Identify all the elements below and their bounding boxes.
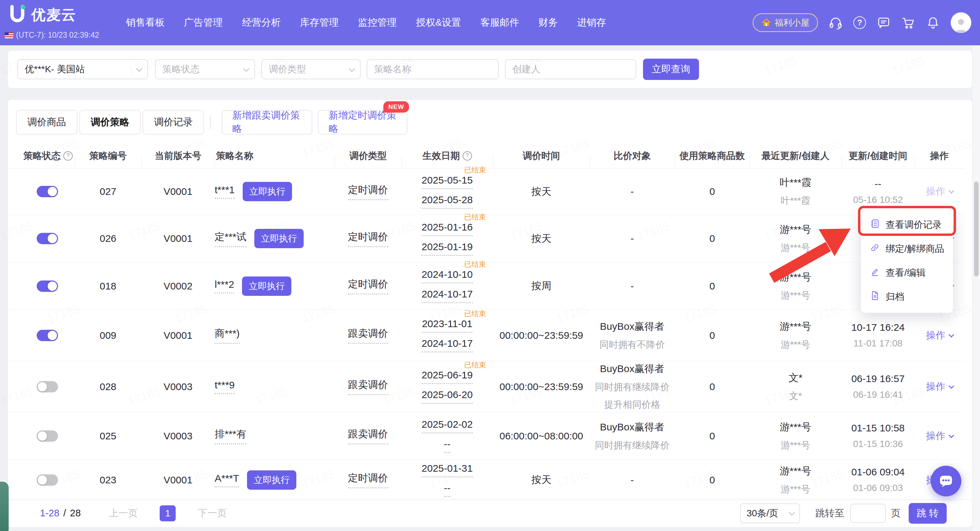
dropdown-item-label: 查看/编辑 bbox=[886, 266, 926, 279]
reprice-type-select[interactable]: 调价类型 bbox=[261, 59, 361, 79]
dropdown-item-record[interactable]: 查看调价记录 bbox=[861, 213, 953, 237]
add-scheduled-strategy-button[interactable]: 新增定时调价策略 bbox=[318, 110, 407, 135]
status-toggle[interactable] bbox=[37, 186, 58, 197]
date-stack: 2025-05-152025-05-28已结束 bbox=[422, 174, 473, 209]
prev-page-button[interactable]: 上一页 bbox=[109, 507, 138, 520]
side-widget-peek[interactable] bbox=[0, 482, 9, 531]
notifications-bell-icon[interactable] bbox=[926, 16, 940, 30]
nav-item-监控管理[interactable]: 监控管理 bbox=[358, 16, 397, 29]
actions-menu-trigger[interactable]: 操作 bbox=[926, 430, 953, 443]
user-avatar[interactable] bbox=[951, 12, 971, 33]
col-header-label: 调价时间 bbox=[523, 150, 560, 162]
execute-now-button[interactable]: 立即执行 bbox=[255, 229, 304, 248]
reprice-time: 06:00:00~08:00:00 bbox=[500, 430, 583, 442]
nav-item-库存管理[interactable]: 库存管理 bbox=[300, 16, 339, 29]
shop-select[interactable]: 优***K- 美国站 bbox=[18, 59, 148, 79]
help-icon[interactable]: ? bbox=[853, 16, 866, 29]
feedback-icon[interactable] bbox=[877, 16, 891, 30]
actions-menu-trigger[interactable]: 操作 bbox=[926, 329, 953, 342]
dropdown-item-archive[interactable]: 归档 bbox=[861, 285, 953, 309]
status-toggle[interactable] bbox=[37, 281, 58, 292]
strategy-name[interactable]: 商***) bbox=[215, 327, 240, 344]
nav-item-销售看板[interactable]: 销售看板 bbox=[126, 16, 165, 29]
tab-调价策略[interactable]: 调价策略 bbox=[80, 110, 141, 135]
nav-item-广告管理[interactable]: 广告管理 bbox=[184, 16, 223, 29]
search-button[interactable]: 立即查询 bbox=[643, 59, 699, 80]
page-number-1[interactable]: 1 bbox=[160, 506, 176, 521]
status-toggle[interactable] bbox=[37, 233, 58, 244]
page-size-select[interactable]: 30条/页 bbox=[740, 503, 800, 523]
cell-product-count: 0 bbox=[675, 474, 750, 486]
live-chat-button[interactable] bbox=[931, 466, 961, 496]
help-icon[interactable]: ? bbox=[63, 151, 73, 160]
cell-updated-by: 游***号游***号 bbox=[750, 271, 842, 302]
benefit-house-button[interactable]: 福利小屋 bbox=[752, 13, 818, 32]
nav-item-客服邮件[interactable]: 客服邮件 bbox=[480, 16, 519, 29]
cell-reprice-time: 06:00:00~08:00:00 bbox=[493, 430, 590, 442]
tab-调价商品[interactable]: 调价商品 bbox=[16, 110, 77, 135]
effective-date: 2025-06-20 bbox=[422, 389, 473, 404]
col-header-label: 使用策略商品数 bbox=[680, 150, 745, 162]
actions-menu-trigger[interactable]: 操作 bbox=[926, 380, 953, 393]
jump-button[interactable]: 跳 转 bbox=[908, 503, 947, 524]
cell-version: V0002 bbox=[142, 281, 215, 292]
jump-page-input[interactable] bbox=[850, 504, 886, 523]
benefit-label: 福利小屋 bbox=[775, 17, 809, 29]
effective-date: 2025-01-16 bbox=[422, 222, 473, 236]
status-toggle[interactable] bbox=[37, 430, 58, 442]
updater-name: 游***号 bbox=[781, 439, 810, 452]
strategy-name[interactable]: l***2 bbox=[215, 279, 234, 293]
date-stack: 2025-01-31-- bbox=[422, 463, 473, 497]
col-header-label: 更新/创建时间 bbox=[849, 150, 907, 162]
nav-item-经营分析[interactable]: 经营分析 bbox=[242, 16, 281, 29]
nav-item-进销存[interactable]: 进销存 bbox=[577, 16, 606, 29]
cell-product-count: 0 bbox=[675, 233, 750, 244]
status-toggle[interactable] bbox=[37, 330, 58, 341]
strategy-id: 026 bbox=[100, 233, 116, 244]
cell-actions: 操作 bbox=[915, 380, 964, 393]
toggle-knob bbox=[38, 382, 47, 392]
status-toggle[interactable] bbox=[37, 474, 58, 486]
cell-reprice-type: 定时调价 bbox=[335, 183, 401, 200]
execute-now-button[interactable]: 立即执行 bbox=[247, 470, 296, 490]
next-page-button[interactable]: 下一页 bbox=[198, 507, 227, 520]
ended-tag: 已结束 bbox=[464, 260, 486, 269]
strategy-status-select[interactable]: 策略状态 bbox=[155, 59, 255, 79]
compare-line: - bbox=[631, 474, 634, 486]
execute-now-button[interactable]: 立即执行 bbox=[243, 182, 292, 201]
scrollbar-thumb[interactable] bbox=[974, 182, 978, 276]
add-follow-strategy-button[interactable]: 新增跟卖调价策略 bbox=[222, 110, 312, 135]
strategy-name[interactable]: A***T bbox=[215, 473, 239, 487]
cart-icon[interactable] bbox=[901, 16, 915, 30]
product-count: 0 bbox=[710, 186, 715, 197]
nav-item-授权&设置[interactable]: 授权&设置 bbox=[416, 16, 461, 29]
cell-strategy-name: 商***) bbox=[215, 327, 335, 344]
user-stack: 游***号游***号 bbox=[780, 464, 811, 496]
nav-item-财务[interactable]: 财务 bbox=[538, 16, 558, 29]
strategy-name-input[interactable]: 策略名称 bbox=[367, 59, 499, 79]
dropdown-item-link[interactable]: 绑定/解绑商品 bbox=[861, 237, 953, 261]
cell-updated-by: 文*文* bbox=[750, 371, 842, 403]
strategy-name[interactable]: t***1 bbox=[215, 184, 235, 199]
creator-input[interactable]: 创建人 bbox=[505, 59, 636, 79]
col-header-策略名称: 策略名称 bbox=[215, 150, 335, 162]
strategy-name[interactable]: 定***试 bbox=[215, 230, 247, 247]
compare-stack: BuyBox赢得者同时拥有继续降价提升相同价格 bbox=[595, 362, 670, 411]
strategy-name[interactable]: t***9 bbox=[215, 379, 235, 394]
cell-effective-dates: 2025-01-31-- bbox=[401, 463, 493, 497]
cell-status bbox=[8, 186, 75, 197]
help-icon[interactable]: ? bbox=[463, 151, 472, 160]
customer-service-icon[interactable] bbox=[829, 16, 843, 30]
user-stack: 叶***霞叶***霞 bbox=[780, 176, 811, 207]
time-stack: 01-15 10:5801-15 10:36 bbox=[851, 422, 905, 449]
cell-status bbox=[8, 381, 75, 392]
strategy-name[interactable]: 排***有 bbox=[215, 427, 247, 444]
dropdown-item-edit[interactable]: 查看/编辑 bbox=[861, 261, 953, 285]
tab-调价记录[interactable]: 调价记录 bbox=[143, 110, 204, 135]
app-logo[interactable]: 优麦云 bbox=[8, 5, 76, 25]
col-header-label: 当前版本号 bbox=[155, 150, 201, 162]
status-toggle[interactable] bbox=[37, 381, 58, 392]
actions-menu-trigger[interactable]: 操作 bbox=[926, 185, 953, 198]
execute-now-button[interactable]: 立即执行 bbox=[242, 276, 291, 296]
user-stack: 文*文* bbox=[789, 371, 803, 403]
